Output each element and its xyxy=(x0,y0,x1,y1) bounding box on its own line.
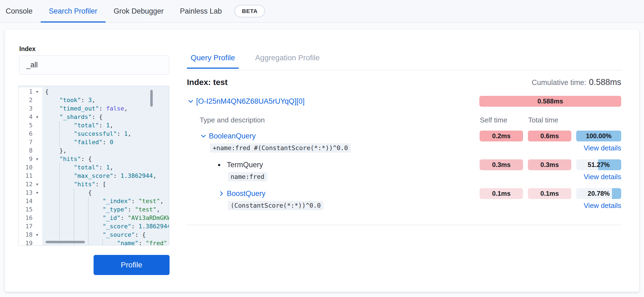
fold-arrow-icon[interactable]: ▾ xyxy=(33,180,42,188)
indent-guide xyxy=(74,214,74,222)
self-time-badge: 0.1ms xyxy=(480,188,523,199)
tab-search-profiler[interactable]: Search Profiler xyxy=(41,0,106,22)
result-header-row: Index: test Cumulative time: 0.588ms xyxy=(187,77,621,87)
indent-guide xyxy=(88,214,88,222)
editor-line: 6"successful": 1, xyxy=(18,129,169,138)
code-token: : xyxy=(113,172,121,179)
code-token: }, xyxy=(59,147,67,154)
percent-badge: 100.00% xyxy=(576,131,621,141)
shard-id: [O-I25nM4QN6Z68UA5rUYqQ][0] xyxy=(196,97,305,106)
code-token: : { xyxy=(81,156,92,162)
editor-line: 7"failed": 0 xyxy=(18,138,169,146)
index-input[interactable] xyxy=(19,55,169,75)
line-number: 8 xyxy=(18,146,33,155)
editor-line: 5"total": 1, xyxy=(18,121,169,129)
cumulative-time: Cumulative time: 0.588ms xyxy=(532,77,621,87)
indent-guide xyxy=(59,222,60,230)
editor-line: 17"_score": 1.3862944 xyxy=(18,222,169,230)
code-token: "AVi3aRDmGKWp xyxy=(128,214,169,221)
json-query-editor[interactable]: 1▾{2"took": 3,3"timed_out": false,4▾"_sh… xyxy=(18,86,169,245)
profile-button[interactable]: Profile xyxy=(94,255,170,275)
time-badges: 0.3ms0.3ms51.27% xyxy=(480,159,621,170)
code-token: : xyxy=(120,214,128,221)
indent-guide xyxy=(59,230,60,239)
code-token: 3 xyxy=(88,97,92,103)
line-number: 14 xyxy=(18,197,33,205)
tab-grok-debugger[interactable]: Grok Debugger xyxy=(106,0,172,22)
shard-toggle[interactable]: [O-I25nM4QN6Z68UA5rUYqQ][0] xyxy=(187,97,305,106)
time-badges: 0.1ms0.1ms20.78% xyxy=(480,188,621,199)
tab-query-profile[interactable]: Query Profile xyxy=(187,53,239,69)
percent-badge: 51.27% xyxy=(576,159,621,170)
query-type-label: TermQuery xyxy=(227,161,263,169)
code-token: "_type" xyxy=(103,206,128,213)
indent-guide xyxy=(88,205,88,214)
code-token: "failed" xyxy=(74,139,103,146)
indent-guide xyxy=(59,180,60,188)
line-number: 16 xyxy=(18,214,33,222)
editor-line: 8}, xyxy=(18,146,169,155)
tab-console-label: Console xyxy=(6,7,33,15)
indent-guide xyxy=(59,129,60,138)
code-token: 1 xyxy=(124,130,127,137)
code-token: : xyxy=(117,130,124,137)
query-row: BooleanQuery0.2ms0.6ms100.00% xyxy=(187,131,621,141)
query-type-label[interactable]: BooleanQuery xyxy=(209,132,256,140)
code-token: "hits" xyxy=(59,156,81,162)
code-token: , xyxy=(92,97,95,103)
indent-guide xyxy=(59,197,60,205)
editor-line: 2"took": 3, xyxy=(18,96,169,104)
fold-arrow-icon[interactable]: ▾ xyxy=(33,155,42,163)
json-editor-lines: 1▾{2"took": 3,3"timed_out": false,4▾"_sh… xyxy=(18,87,169,245)
fold-arrow-icon[interactable]: ▾ xyxy=(33,113,42,121)
editor-vertical-scrollbar[interactable] xyxy=(150,90,153,107)
indent-guide xyxy=(74,230,74,239)
code-token: , xyxy=(110,164,113,171)
line-number: 6 xyxy=(18,129,33,138)
shard-row: [O-I25nM4QN6Z68UA5rUYqQ][0] 0.588ms xyxy=(187,95,621,107)
indent-guide xyxy=(88,230,88,239)
query-description-row: +name:fred #(ConstantScore(*:*))^0.0View… xyxy=(187,143,621,153)
tab-painless-lab[interactable]: Painless Lab xyxy=(172,0,230,22)
query-description-row: name:fredView details xyxy=(187,171,621,182)
fold-arrow-icon[interactable]: ▾ xyxy=(33,230,42,239)
line-number: 10 xyxy=(18,163,33,172)
code-token: : xyxy=(128,206,135,213)
line-number: 12 xyxy=(18,180,33,188)
column-headers: Type and description Self time Total tim… xyxy=(187,116,621,125)
chevron-down-icon[interactable] xyxy=(200,132,209,140)
indent-guide xyxy=(59,205,60,214)
indent-guide xyxy=(59,163,60,172)
profiler-panel: Index 1▾{2"took": 3,3"timed_out": false,… xyxy=(5,30,639,292)
code-token: , xyxy=(160,198,164,204)
indent-guide xyxy=(59,188,60,197)
query-lucene-description: (ConstantScore(*:*))^0.0 xyxy=(228,201,323,210)
view-details-link[interactable]: View details xyxy=(584,144,621,152)
tab-console[interactable]: Console xyxy=(6,0,41,22)
fold-arrow-icon[interactable]: ▾ xyxy=(33,188,42,197)
result-divider xyxy=(187,225,621,225)
editor-horizontal-scrollbar[interactable] xyxy=(46,241,85,243)
query-lucene-description: +name:fred #(ConstantScore(*:*))^0.0 xyxy=(210,143,351,153)
editor-line: 13▾{ xyxy=(18,188,169,197)
indent-guide xyxy=(74,205,74,214)
indent-guide xyxy=(103,239,103,245)
view-details-link[interactable]: View details xyxy=(584,201,621,210)
indent-guide xyxy=(59,121,60,129)
code-token: , xyxy=(124,105,127,112)
tab-query-profile-label: Query Profile xyxy=(191,53,235,62)
code-token: "_score" xyxy=(103,223,131,230)
line-number: 1 xyxy=(18,87,33,96)
chevron-right-icon[interactable] xyxy=(218,190,227,197)
query-type-label[interactable]: BoostQuery xyxy=(227,189,266,198)
tab-painless-lab-label: Painless Lab xyxy=(180,7,222,15)
code-token: "total" xyxy=(74,164,99,171)
code-token: , xyxy=(153,172,156,179)
code-token: "timed_out" xyxy=(59,105,99,112)
fold-arrow-icon[interactable]: ▾ xyxy=(33,87,42,96)
beta-badge: BETA xyxy=(234,5,265,17)
code-token: : xyxy=(81,97,88,103)
tab-aggregation-profile[interactable]: Aggregation Profile xyxy=(251,53,323,69)
line-number: 15 xyxy=(18,205,33,214)
view-details-link[interactable]: View details xyxy=(584,173,621,181)
